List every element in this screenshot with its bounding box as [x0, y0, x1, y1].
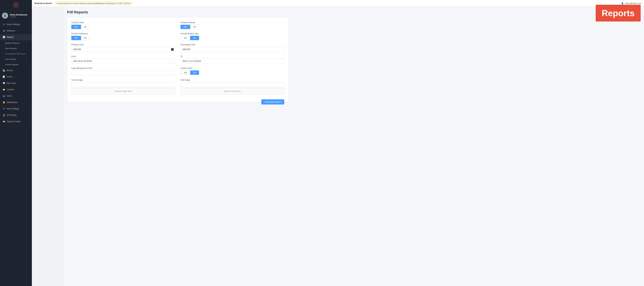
include-booths-no-btn[interactable]: No — [190, 36, 199, 40]
sidebar-item-label: Payment Setup — [7, 120, 20, 123]
color-picker-icon[interactable]: ⬛ — [171, 48, 174, 51]
hall-image-upload[interactable]: Upload image here. — [180, 88, 284, 95]
sidebar-item-label: QA Testing — [7, 114, 16, 116]
logo-bg-input[interactable] — [71, 70, 175, 75]
sidebar-item-label: Reports — [7, 36, 14, 38]
sidebar-navigation: ⚙ Event Settings 📹 Webinars › 📊 Reports … — [0, 21, 32, 286]
from-input[interactable] — [71, 59, 175, 64]
sidebar-item-event-settings[interactable]: ⚙ Event Settings — [0, 21, 32, 28]
home-image-label: Home Image — [71, 79, 175, 81]
topbar-notice: Current Date/Time in Event Timezone (Ame… — [55, 2, 132, 5]
sidebar-item-user-journey[interactable]: User Journey — [0, 56, 32, 62]
include-infodesk-yes-btn[interactable]: Yes — [180, 25, 190, 29]
include-auditorium-group: Include Auditorium Yes No — [71, 32, 175, 40]
generate-report-button[interactable]: Generate Report — [261, 99, 284, 104]
custom-html-label: Custom Html — [180, 67, 284, 69]
reports-icon: 📊 — [2, 36, 5, 39]
pdf-reports-form: Include Lobby Yes No Include Infodesk Ye… — [67, 17, 288, 102]
user-profile-section: 👤 Afnan Khushnood ● Online — [0, 10, 32, 21]
sidebar-item-label: Users — [7, 95, 12, 97]
user-name: Afnan Khushnood — [10, 14, 27, 16]
sidebar-item-forms[interactable]: 📝 Forms › — [0, 74, 32, 80]
chevron-right-icon: › — [29, 95, 30, 97]
primary-color-group: Primary Color ⬛ — [71, 44, 175, 52]
sidebar-item-users[interactable]: 👥 Users › — [0, 93, 32, 99]
app-logo-icon — [13, 2, 18, 8]
booths-icon: 🏪 — [2, 69, 5, 72]
main-content: Pdf Reports Include Lobby Yes No Include… — [64, 7, 644, 286]
include-lobby-no-btn[interactable]: No — [81, 25, 90, 29]
sidebar-item-event-reports[interactable]: Event Reports — [0, 46, 32, 51]
sidebar-item-label: Forms — [7, 76, 12, 78]
include-lobby-label: Include Lobby — [71, 21, 175, 24]
home-image-input[interactable] — [71, 82, 175, 87]
include-booths-yes-btn[interactable]: Yes — [180, 36, 190, 40]
sidebar-item-consolidated-pdf[interactable]: Consolidated PDF Report — [0, 51, 32, 56]
custom-html-no-btn[interactable]: No — [190, 70, 199, 75]
form-row-2: Include Auditorium Yes No Include Booths… — [71, 32, 284, 40]
users-icon: 👥 — [2, 94, 5, 97]
sidebar-logo-area — [0, 0, 32, 10]
secondary-color-label: Secondary Color — [180, 44, 284, 46]
sidebar-item-label: More Settings — [7, 107, 19, 110]
include-infodesk-toggle: Yes No — [180, 25, 284, 29]
payment-setup-icon: 💳 — [2, 120, 5, 123]
chevron-right-icon: › — [29, 70, 30, 71]
sidebar-item-label: Notifications — [7, 101, 18, 103]
sidebar-item-label: User Journey — [5, 58, 16, 60]
hall-image-input[interactable] — [180, 82, 284, 87]
include-auditorium-toggle: Yes No — [71, 36, 175, 40]
event-name: Brainstorm Bunch — [34, 2, 52, 5]
topbar-right: 👤 afnan@vfairs.com — [621, 2, 641, 5]
sidebar-item-label: Custom Reports — [5, 64, 18, 66]
custom-html-toggle: Yes No — [180, 70, 284, 75]
qa-testing-icon: 🔬 — [2, 114, 5, 117]
event-settings-icon: ⚙ — [2, 23, 5, 26]
include-auditorium-no-btn[interactable]: No — [81, 36, 90, 40]
sidebar-item-webinars[interactable]: 📹 Webinars › — [0, 28, 32, 34]
from-group: From — [71, 55, 175, 64]
sidebar-item-label: Audience Reports — [5, 42, 20, 44]
sidebar-item-reports[interactable]: 📊 Reports ‹ — [0, 34, 32, 40]
include-lobby-toggle: Yes No — [71, 25, 175, 29]
chevron-right-icon: › — [29, 121, 30, 122]
include-infodesk-label: Include Infodesk — [180, 21, 284, 24]
sidebar-item-booths[interactable]: 🏪 Booths › — [0, 67, 32, 74]
home-image-upload[interactable]: Upload image here — [71, 88, 175, 95]
custom-html-yes-btn[interactable]: Yes — [180, 70, 190, 75]
notice-text: Current Date/Time in Event Timezone (Ame… — [57, 2, 107, 4]
page-title: Pdf Reports — [67, 10, 641, 15]
chevron-down-icon: ‹ — [29, 36, 30, 38]
sidebar-item-content[interactable]: 📁 Content › — [0, 86, 32, 93]
hall-image-label: Hall Image — [180, 79, 284, 81]
sidebar-item-payment-setup[interactable]: 💳 Payment Setup › — [0, 118, 32, 125]
form-row-3: Primary Color ⬛ Secondary Color — [71, 44, 284, 52]
notifications-icon: 🔔 — [2, 101, 5, 104]
form-row-1: Include Lobby Yes No Include Infodesk Ye… — [71, 21, 284, 29]
include-auditorium-yes-btn[interactable]: Yes — [71, 36, 81, 40]
content-icon: 📁 — [2, 88, 5, 91]
logo-bg-label: Logo Background Color — [71, 67, 175, 69]
topbar: Brainstorm Bunch Current Date/Time in Ev… — [32, 0, 644, 7]
chevron-right-icon: › — [29, 114, 30, 116]
include-infodesk-no-btn[interactable]: No — [190, 25, 199, 29]
include-lobby-yes-btn[interactable]: Yes — [71, 25, 81, 29]
sidebar-item-audience-reports[interactable]: Audience Reports — [0, 40, 32, 46]
sidebar-item-qa-testing[interactable]: 🔬 QA Testing › — [0, 112, 32, 118]
sidebar-item-custom-reports[interactable]: Custom Reports — [0, 62, 32, 67]
sidebar-item-new-chat[interactable]: 💬 New Chat › — [0, 80, 32, 86]
logo-bg-group: Logo Background Color — [71, 67, 175, 75]
chevron-right-icon: › — [29, 108, 30, 110]
user-status: ● Online — [10, 16, 27, 18]
secondary-color-input[interactable] — [180, 47, 284, 52]
sidebar-item-more-settings[interactable]: ⚙ More Settings › — [0, 105, 32, 112]
user-avatar-icon: 👤 — [621, 2, 624, 5]
sidebar-item-label: Event Settings — [7, 23, 20, 26]
sidebar-item-label: Webinars — [7, 30, 15, 32]
primary-color-input[interactable] — [71, 47, 175, 52]
primary-color-label: Primary Color — [71, 44, 175, 46]
sidebar-item-notifications[interactable]: 🔔 Notifications — [0, 99, 32, 105]
to-input[interactable] — [180, 59, 284, 64]
chevron-right-icon: › — [29, 82, 30, 84]
to-group: To — [180, 55, 284, 64]
